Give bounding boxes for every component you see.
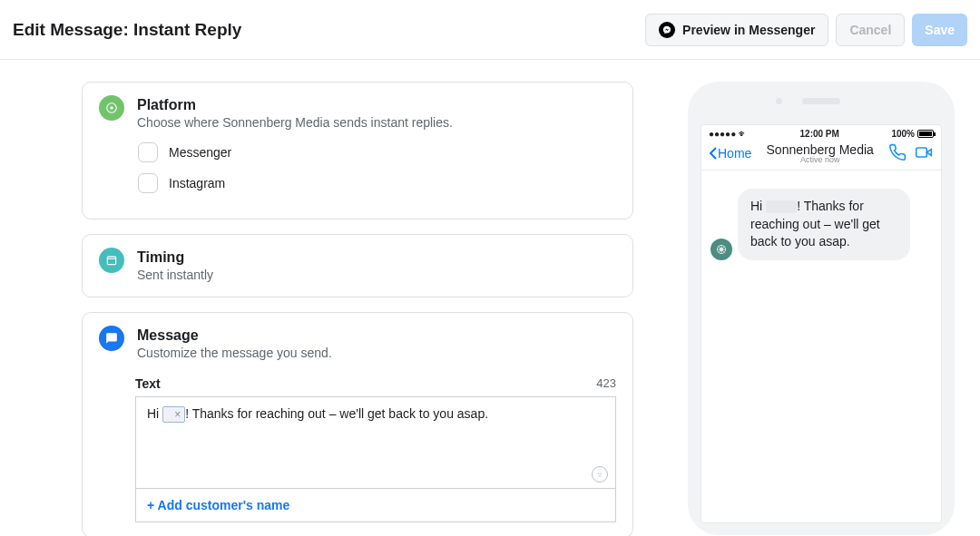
platform-option-messenger[interactable]: Messenger [138,142,616,162]
phone-preview: ●●●●● ᯤ 12:00 PM 100% Home Sonnenberg Me… [688,82,955,535]
cancel-button[interactable]: Cancel [836,14,905,46]
phone-camera [776,98,782,104]
platform-option-instagram[interactable]: Instagram [138,173,616,193]
back-label: Home [718,146,751,161]
emoji-icon[interactable] [592,466,608,482]
svg-point-4 [601,473,602,474]
page-icon [99,95,124,121]
message-textarea[interactable]: Hi ×! Thanks for reaching out – we'll ge… [135,396,616,489]
save-button: Save [912,14,967,46]
add-customer-name-button[interactable]: + Add customer's name [135,489,616,522]
option-label: Instagram [169,176,225,190]
page-title: Edit Message: Instant Reply [13,20,241,40]
svg-rect-5 [916,148,927,157]
bubble-prefix: Hi [750,199,766,213]
status-time: 12:00 PM [800,129,839,139]
status-bar: ●●●●● ᯤ 12:00 PM 100% [701,125,941,142]
text-label: Text [135,376,161,391]
svg-point-3 [598,473,599,474]
message-subtitle: Customize the message you send. [137,346,332,360]
message-card: Message Customize the message you send. … [82,312,633,536]
phone-speaker [802,98,840,104]
msg-prefix: Hi [147,406,162,421]
preview-messenger-button[interactable]: Preview in Messenger [645,14,828,46]
battery-pct: 100% [891,129,915,139]
message-bubble: Hi ! Thanks for reaching out – we'll get… [738,189,910,260]
video-call-icon[interactable] [914,143,934,164]
char-count: 423 [596,376,616,391]
name-chip[interactable]: × [162,406,185,423]
avatar [710,239,732,260]
svg-rect-2 [107,257,115,265]
clock-icon [99,248,124,273]
timing-card: Timing Sent instantly [82,234,633,297]
signal-icon: ●●●●● ᯤ [709,129,748,139]
platform-subtitle: Choose where Sonnenberg Media sends inst… [137,115,616,130]
timing-subtitle: Sent instantly [137,268,213,282]
battery-icon [917,130,934,138]
checkbox[interactable] [138,142,158,162]
checkbox[interactable] [138,173,158,193]
chip-remove-icon[interactable]: × [174,408,181,421]
option-label: Messenger [169,145,231,160]
svg-point-1 [110,106,113,110]
timing-title: Timing [137,249,213,266]
platform-card: Platform Choose where Sonnenberg Media s… [82,82,633,219]
chat-icon [99,326,124,351]
message-title: Message [137,327,332,344]
msg-suffix: ! Thanks for reaching out – we'll get ba… [185,406,488,421]
messenger-icon [659,22,675,38]
back-button[interactable]: Home [709,146,751,161]
redacted-name [766,200,797,213]
platform-title: Platform [137,97,616,113]
phone-call-icon[interactable] [888,143,906,164]
preview-label: Preview in Messenger [682,23,815,37]
